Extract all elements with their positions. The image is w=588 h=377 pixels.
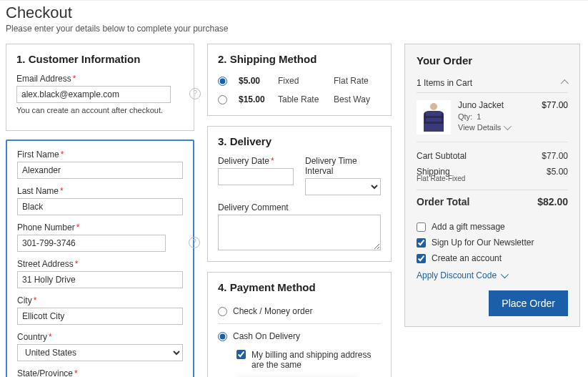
svg-rect-1 xyxy=(424,116,444,118)
shipping-radio[interactable] xyxy=(218,77,227,86)
same-address-option[interactable]: My billing and shipping address are the … xyxy=(236,350,381,370)
view-details-toggle[interactable]: View Details xyxy=(458,123,534,132)
email-hint: You can create an account after checkout… xyxy=(16,106,184,114)
same-address-checkbox[interactable] xyxy=(236,350,246,359)
subtotal-label: Cart Subtotal xyxy=(417,151,467,161)
state-label: State/Province* xyxy=(17,368,183,377)
svg-rect-2 xyxy=(424,122,444,124)
page-subtitle: Please enter your details below to compl… xyxy=(6,24,582,34)
cart-toggle[interactable]: 1 Items in Cart xyxy=(417,74,568,93)
help-icon[interactable]: ? xyxy=(189,237,200,248)
customer-heading: 1. Customer Information xyxy=(16,53,184,65)
discount-code-toggle[interactable]: Apply Discount Code xyxy=(417,270,568,280)
order-total-label: Order Total xyxy=(417,196,469,207)
help-icon[interactable]: ? xyxy=(189,88,201,99)
chevron-up-icon xyxy=(561,79,569,87)
last-name-label: Last Name* xyxy=(17,186,183,196)
delivery-comment-field[interactable] xyxy=(218,215,381,250)
gift-message-option[interactable]: Add a gift message xyxy=(417,222,568,232)
chevron-down-icon xyxy=(501,270,509,278)
phone-field[interactable] xyxy=(17,235,166,252)
cart-item-price: $77.00 xyxy=(542,100,568,134)
first-name-label: First Name* xyxy=(17,150,183,160)
gift-checkbox[interactable] xyxy=(417,222,426,232)
create-account-checkbox[interactable] xyxy=(417,254,426,263)
payment-cod-option[interactable]: Cash On Delivery xyxy=(218,327,381,346)
payment-heading: 4. Payment Method xyxy=(218,281,381,293)
gift-label: Add a gift message xyxy=(432,222,505,232)
order-total-value: $82.00 xyxy=(537,196,568,207)
chevron-down-icon xyxy=(504,122,512,130)
shipping-heading: 2. Shipping Method xyxy=(218,53,381,65)
cart-count-label: 1 Items in Cart xyxy=(417,78,472,88)
email-field[interactable] xyxy=(16,86,171,103)
shipping-method-row[interactable]: $15.00 Table Rate Best Way xyxy=(218,92,381,107)
phone-label: Phone Number* xyxy=(17,222,183,232)
payment-check-label: Check / Money order xyxy=(233,306,312,316)
shipping-type: Table Rate xyxy=(278,94,334,104)
delivery-date-field[interactable] xyxy=(218,168,294,185)
country-label: Country* xyxy=(17,332,183,342)
city-field[interactable] xyxy=(17,308,183,325)
order-heading: Your Order xyxy=(417,54,568,67)
product-thumbnail xyxy=(417,100,451,134)
shipping-radio[interactable] xyxy=(218,95,227,104)
country-select[interactable]: United States xyxy=(17,344,183,361)
payment-radio[interactable] xyxy=(218,332,227,341)
delivery-time-select[interactable] xyxy=(305,178,381,195)
city-label: City* xyxy=(17,295,183,305)
delivery-time-label: Delivery Time Interval xyxy=(305,156,381,176)
newsletter-checkbox[interactable] xyxy=(417,238,426,248)
create-account-label: Create an account xyxy=(432,253,502,263)
shipping-name: Best Way xyxy=(334,94,381,104)
cart-item: Juno Jacket Qty: 1 View Details $77.00 xyxy=(417,93,568,142)
payment-cod-label: Cash On Delivery xyxy=(233,331,300,341)
shipping-price: $5.00 xyxy=(239,76,278,86)
newsletter-option[interactable]: Sign Up for Our Newsletter xyxy=(417,238,568,248)
cart-item-qty: Qty: 1 xyxy=(458,112,534,121)
payment-check-option[interactable]: Check / Money order xyxy=(218,302,381,320)
shipping-method-sub: Flat Rate-Fixed xyxy=(417,175,465,182)
place-order-button[interactable]: Place Order xyxy=(489,290,568,316)
delivery-heading: 3. Delivery xyxy=(218,135,381,147)
page-title: Checkout xyxy=(6,4,582,22)
subtotal-value: $77.00 xyxy=(542,151,568,161)
svg-point-0 xyxy=(430,103,437,110)
first-name-field[interactable] xyxy=(17,162,183,179)
shipping-total-value: $5.00 xyxy=(547,167,568,182)
shipping-price: $15.00 xyxy=(239,94,278,104)
street-label: Street Address* xyxy=(17,259,183,269)
payment-radio[interactable] xyxy=(218,307,227,316)
shipping-name: Flat Rate xyxy=(334,76,381,86)
create-account-option[interactable]: Create an account xyxy=(417,253,568,263)
cart-item-name: Juno Jacket xyxy=(458,100,534,110)
last-name-field[interactable] xyxy=(17,198,183,215)
same-address-label: My billing and shipping address are the … xyxy=(251,350,381,370)
shipping-type: Fixed xyxy=(278,76,334,86)
shipping-method-row[interactable]: $5.00 Fixed Flat Rate xyxy=(218,74,381,88)
street-field[interactable] xyxy=(17,271,183,288)
email-label: Email Address* xyxy=(16,74,184,84)
delivery-comment-label: Delivery Comment xyxy=(218,202,381,212)
delivery-date-label: Delivery Date* xyxy=(218,156,294,166)
newsletter-label: Sign Up for Our Newsletter xyxy=(432,238,534,248)
